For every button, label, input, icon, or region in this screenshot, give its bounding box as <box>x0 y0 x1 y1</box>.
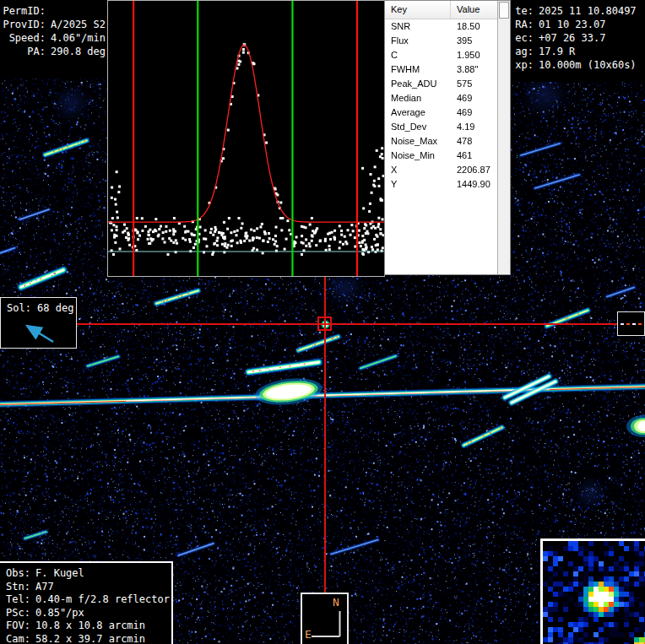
table-row[interactable]: Median469 <box>385 91 497 106</box>
dash <box>621 323 624 325</box>
object-info-overlay: PermID:ProvID:A/2025 S2Speed:4.06"/minPA… <box>0 0 108 78</box>
target-marker-box <box>317 317 332 331</box>
overlay-value: A/2025 S2 <box>51 18 106 31</box>
overlay-line: Speed:4.06"/min <box>0 31 108 45</box>
table-cell-key: C <box>385 48 451 62</box>
overlay-value: F. Kugel <box>35 567 84 581</box>
overlay-label: Obs: <box>5 567 30 581</box>
table-header-value: Value <box>451 1 498 19</box>
overlay-line: xp:10.000m (10x60s) <box>513 58 645 72</box>
observer-info-overlay: Obs:F. KugelStn:A77Tel:0.40-m f/2.8 refl… <box>0 561 173 644</box>
table-row[interactable]: Average469 <box>385 106 497 120</box>
overlay-label: ec: <box>513 31 534 45</box>
overlay-value: 0.85"/px <box>35 607 84 620</box>
table-cell-key: Y <box>385 177 451 192</box>
motion-direction-marker <box>617 311 645 336</box>
astrometry-info-overlay: te:2025 11 10.80497RA:01 10 23.07ec:+07 … <box>510 0 645 82</box>
overlay-label: PA: <box>0 45 46 58</box>
overlay-line: Stn:A77 <box>5 581 171 594</box>
overlay-label: Cam: <box>5 633 30 644</box>
overlay-value: 2025 11 10.80497 <box>539 4 637 18</box>
dash <box>638 323 642 325</box>
table-cell-key: Peak_ADU <box>385 77 451 91</box>
compass-east-label: E <box>305 628 312 641</box>
sun-direction-indicator: Sol: 68 deg <box>0 297 77 349</box>
table-cell-value: 2206.87 <box>451 163 497 177</box>
zoom-inset-canvas <box>543 541 645 644</box>
overlay-label: ag: <box>513 45 534 58</box>
table-cell-value: 1449.90 <box>451 177 497 192</box>
compass-north-label: N <box>333 596 339 609</box>
overlay-value: 10.8 x 10.8 arcmin <box>35 620 145 633</box>
table-body: SNR18.50Flux395C1.950FWHM3.88"Peak_ADU57… <box>385 19 497 274</box>
compass-indicator: N E <box>301 593 349 644</box>
tycho-image-view: PermID:ProvID:A/2025 S2Speed:4.06"/minPA… <box>0 0 645 644</box>
overlay-line: RA:01 10 23.07 <box>513 18 645 31</box>
table-header: Key Value <box>385 1 510 19</box>
table-row[interactable]: Std_Dev4.19 <box>385 120 497 134</box>
crosshair-vertical-line <box>324 277 326 644</box>
overlay-label: Tel: <box>5 593 30 607</box>
dash <box>632 323 636 325</box>
overlay-label: RA: <box>513 18 534 31</box>
table-cell-key: Noise_Max <box>385 134 451 149</box>
overlay-line: PA:290.8 deg <box>0 45 108 58</box>
overlay-value: 4.06"/min <box>51 31 106 45</box>
overlay-label: PermID: <box>0 4 46 18</box>
overlay-line: Tel:0.40-m f/2.8 reflector <box>5 593 171 607</box>
table-row[interactable]: C1.950 <box>385 48 497 62</box>
table-cell-value: 575 <box>451 77 497 91</box>
zoom-inset-panel <box>540 538 645 644</box>
table-row[interactable]: Y1449.90 <box>385 177 497 192</box>
overlay-line: ProvID:A/2025 S2 <box>0 18 108 31</box>
table-cell-key: Std_Dev <box>385 120 451 134</box>
profile-plot-canvas <box>108 1 384 276</box>
table-row[interactable]: X2206.87 <box>385 163 497 177</box>
overlay-line: FOV:10.8 x 10.8 arcmin <box>5 620 171 633</box>
overlay-value: 290.8 deg <box>51 45 106 58</box>
overlay-label: Speed: <box>0 31 46 45</box>
table-cell-key: Average <box>385 106 451 120</box>
table-cell-value: 395 <box>451 34 497 48</box>
overlay-value: 17.9 R <box>539 45 575 58</box>
overlay-value: 0.40-m f/2.8 reflector <box>35 593 170 607</box>
table-cell-value: 1.950 <box>451 48 497 62</box>
overlay-label: FOV: <box>5 620 30 633</box>
overlay-value: A77 <box>35 581 54 594</box>
overlay-line: te:2025 11 10.80497 <box>513 4 645 18</box>
table-cell-value: 18.50 <box>451 19 497 34</box>
overlay-label: te: <box>513 4 534 18</box>
table-cell-value: 469 <box>451 106 497 120</box>
table-cell-value: 4.19 <box>451 120 497 134</box>
overlay-label: ProvID: <box>0 18 46 31</box>
overlay-value: 58.2 x 39.7 arcmin <box>35 633 145 644</box>
table-row[interactable]: Noise_Min461 <box>385 149 497 163</box>
overlay-line: ag:17.9 R <box>513 45 645 58</box>
overlay-value: +07 26 33.7 <box>539 31 605 45</box>
scrollbar-thumb[interactable] <box>499 2 509 19</box>
table-cell-key: X <box>385 163 451 177</box>
table-cell-key: Median <box>385 91 451 106</box>
overlay-line: PermID: <box>0 4 108 18</box>
measurements-table-panel: Key Value SNR18.50Flux395C1.950FWHM3.88"… <box>384 0 511 275</box>
table-cell-value: 461 <box>451 149 497 163</box>
dash <box>626 323 630 325</box>
overlay-value: 10.000m (10x60s) <box>539 58 637 72</box>
table-header-key: Key <box>385 1 451 19</box>
table-row[interactable]: Peak_ADU575 <box>385 77 497 91</box>
table-row[interactable]: Flux395 <box>385 34 497 48</box>
table-row[interactable]: SNR18.50 <box>385 19 497 34</box>
table-cell-key: Noise_Min <box>385 149 451 163</box>
table-cell-key: SNR <box>385 19 451 34</box>
profile-plot-panel <box>107 0 385 277</box>
overlay-line: Obs:F. Kugel <box>5 567 171 581</box>
overlay-label: PSc: <box>5 607 30 620</box>
table-row[interactable]: FWHM3.88" <box>385 62 497 77</box>
overlay-value: 01 10 23.07 <box>539 18 605 31</box>
sun-angle-label: Sol: 68 deg <box>1 298 76 314</box>
overlay-label: Stn: <box>5 581 30 594</box>
overlay-line: Cam:58.2 x 39.7 arcmin <box>5 633 171 644</box>
table-row[interactable]: Noise_Max478 <box>385 134 497 149</box>
sun-direction-arrow-icon <box>1 315 77 347</box>
table-scrollbar[interactable] <box>497 1 510 274</box>
